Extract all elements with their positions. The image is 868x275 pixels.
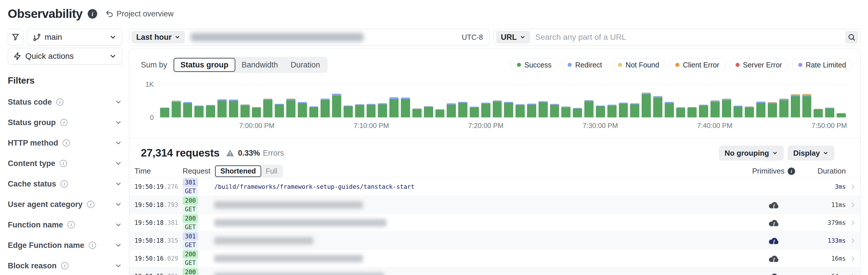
row-expand-chevron[interactable] <box>846 255 860 262</box>
breadcrumb[interactable]: Project overview <box>105 9 174 19</box>
chart-bar[interactable] <box>241 104 250 117</box>
chart-bar[interactable] <box>779 99 788 117</box>
chart-bar[interactable] <box>160 108 169 117</box>
row-expand-chevron[interactable] <box>846 219 860 226</box>
time-preset-dropdown[interactable]: Last hour <box>132 31 185 44</box>
sidebar-filter-item-http-method[interactable]: HTTP method i <box>8 137 122 149</box>
legend-item-rate-limited[interactable]: Rate Limited <box>792 58 852 71</box>
chart-bar[interactable] <box>194 106 204 117</box>
chart-bar[interactable] <box>390 97 399 117</box>
chart-bar[interactable] <box>229 100 238 117</box>
sidebar-filter-item-function-name[interactable]: Function name i <box>8 219 122 231</box>
sidebar-filter-item-user-agent-category[interactable]: User agent category i <box>8 198 122 211</box>
chart-bar[interactable] <box>183 102 192 117</box>
grouping-dropdown[interactable]: No grouping <box>719 145 784 161</box>
sidebar-filter-item-status-group[interactable]: Status group i <box>8 116 122 129</box>
chart-bar[interactable] <box>676 107 685 117</box>
row-expand-chevron[interactable] <box>846 201 860 209</box>
chart-bar[interactable] <box>802 94 811 117</box>
date-range-picker[interactable]: Last hour UTC-8 <box>129 29 490 46</box>
chart-bar[interactable] <box>756 102 766 117</box>
branch-selector[interactable]: main <box>27 29 122 46</box>
chart-bar[interactable] <box>320 99 330 117</box>
row-expand-chevron[interactable] <box>846 237 860 244</box>
sum-by-tab-status-group[interactable]: Status group <box>174 58 236 72</box>
chart-bar[interactable] <box>561 106 570 117</box>
chart-bar[interactable] <box>516 104 525 117</box>
legend-item-redirect[interactable]: Redirect <box>562 58 608 71</box>
quick-actions-button[interactable]: Quick actions <box>8 48 122 64</box>
display-dropdown[interactable]: Display <box>788 145 835 161</box>
chart-bar[interactable] <box>527 104 536 117</box>
chart-bar[interactable] <box>710 100 720 117</box>
chart-bar[interactable] <box>825 108 834 117</box>
legend-item-server-error[interactable]: Server Error <box>730 58 788 71</box>
info-icon[interactable]: i <box>56 98 64 106</box>
info-icon[interactable]: i <box>67 221 75 229</box>
sidebar-filter-item-status-code[interactable]: Status code i <box>8 96 122 108</box>
function-primitive-icon[interactable]: f <box>768 218 780 227</box>
sidebar-filter-item-content-type[interactable]: Content type i <box>8 157 122 170</box>
chart-bar[interactable] <box>367 104 376 117</box>
chart-bar[interactable] <box>653 96 662 117</box>
chart-bar[interactable] <box>275 104 284 117</box>
row-expand-chevron[interactable] <box>846 183 860 191</box>
chart-bar[interactable] <box>734 106 743 117</box>
search-input[interactable] <box>535 33 840 42</box>
sidebar-filter-item-edge-function-name[interactable]: Edge Function name i <box>8 239 122 252</box>
chart-bar[interactable] <box>493 100 502 117</box>
info-icon[interactable]: i <box>88 241 96 249</box>
chart-bar[interactable] <box>458 102 467 117</box>
chart-bar[interactable] <box>470 107 479 117</box>
chart-bar[interactable] <box>217 99 227 117</box>
chart-bar[interactable] <box>447 103 456 117</box>
sidebar-filter-item-block-reason[interactable]: Block reason i <box>8 259 122 272</box>
chart-bar[interactable] <box>332 94 341 117</box>
chart-bar[interactable] <box>608 105 617 117</box>
function-primitive-icon[interactable]: f <box>768 236 780 245</box>
chart-bar[interactable] <box>412 108 422 117</box>
info-icon[interactable]: i <box>62 139 70 147</box>
chart-bar[interactable] <box>837 113 846 117</box>
chart-bar[interactable] <box>355 104 364 117</box>
request-row[interactable]: 19:50:19.276301GET/build/frameworks/fram… <box>129 178 860 196</box>
row-expand-chevron[interactable] <box>846 273 860 275</box>
chart-bar[interactable] <box>665 102 674 117</box>
chart-bar[interactable] <box>630 103 639 117</box>
chart-bar[interactable] <box>538 101 548 117</box>
chart-bar[interactable] <box>768 102 777 117</box>
sum-by-tab-duration[interactable]: Duration <box>284 58 326 72</box>
chart-bar[interactable] <box>791 94 800 117</box>
info-icon[interactable]: i <box>787 167 796 175</box>
chart-bar[interactable] <box>504 102 513 117</box>
chart-bar[interactable] <box>252 107 261 117</box>
chart-bar[interactable] <box>745 106 754 117</box>
request-row[interactable]: 19:50:15.721200GET f 64ms <box>129 267 860 275</box>
chart-bar[interactable] <box>596 106 605 117</box>
chart-bar[interactable] <box>206 105 215 117</box>
chart-bar[interactable] <box>699 105 708 117</box>
request-row[interactable]: 19:50:16.029200GET f 16ms <box>129 249 860 267</box>
chart-bar[interactable] <box>424 106 433 117</box>
info-icon[interactable]: i <box>87 200 95 209</box>
info-icon[interactable]: i <box>59 159 67 167</box>
chart-bar[interactable] <box>584 100 593 117</box>
info-icon[interactable]: i <box>60 118 68 127</box>
legend-item-client-error[interactable]: Client Error <box>669 58 725 71</box>
chart-bar[interactable] <box>401 98 410 117</box>
chart-bar[interactable] <box>435 109 445 117</box>
chart-bar[interactable] <box>263 99 273 117</box>
request-row[interactable]: 19:50:18.793200GET f 11ms <box>129 196 860 214</box>
request-view-tab-shortened[interactable]: Shortened <box>215 165 261 177</box>
request-view-tab-full[interactable]: Full <box>261 165 282 177</box>
sum-by-tab-bandwidth[interactable]: Bandwidth <box>235 58 284 72</box>
search-button[interactable] <box>845 31 858 44</box>
request-row[interactable]: 19:50:18.381200GET f 379ms <box>129 214 860 231</box>
chart-bar[interactable] <box>722 99 731 117</box>
function-primitive-icon[interactable]: f <box>768 200 780 210</box>
legend-item-success[interactable]: Success <box>511 58 558 71</box>
legend-item-not-found[interactable]: Not Found <box>612 58 665 71</box>
info-icon[interactable]: i <box>87 9 98 19</box>
chart-bar[interactable] <box>286 99 296 117</box>
search-scope-dropdown[interactable]: URL <box>496 31 530 44</box>
